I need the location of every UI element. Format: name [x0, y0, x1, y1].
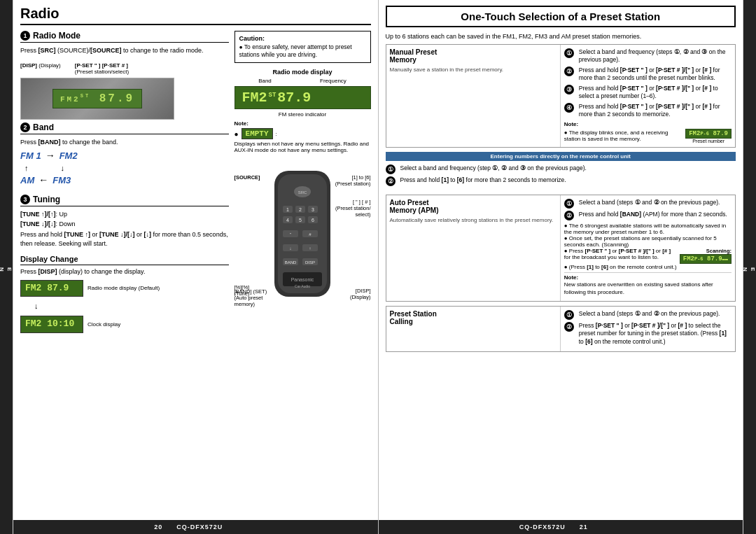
step2-text: Press and hold [P·SET " ] or [P·SET # ]/… [579, 66, 732, 83]
manual-heading2: Memory [390, 56, 416, 64]
astep2-num: ② [564, 211, 574, 220]
manual-desc: Manually save a station in the preset me… [390, 66, 556, 73]
step3-text: Press and hold [P·SET " ] or [P·SET # ]/… [579, 85, 732, 101]
section2-text: Press [BAND] to change the band. [20, 138, 229, 147]
step2-num: ② [564, 66, 574, 76]
tune-down: [TUNE ↓]/[↓]: Down [20, 220, 229, 229]
auto-bullet-3: ● Press [P·SET " ] or [P·SET # ]/[" ] or… [564, 248, 677, 260]
default-label: Radio mode display (Default) [88, 284, 160, 292]
band-fm1: FM 1 [20, 150, 41, 162]
auto-note-label: Note: [564, 274, 578, 281]
disp-remote-label: [DISP](Display) [350, 288, 371, 300]
caution-box: Caution: ● To ensure safety, never attem… [234, 31, 371, 63]
radio-freq: 87.9 [99, 92, 134, 105]
astep2-text: Press and hold [BAND] (APM) for more tha… [579, 211, 727, 218]
rmd-labels: Band Frequency [234, 78, 371, 84]
manual-steps-list: ① Select a band and frequency (steps ①, … [564, 48, 732, 119]
disp-label: [DISP] (Display) [20, 62, 61, 75]
radio-unit-inner: FM2ST 87.9 [21, 78, 174, 119]
preset-calling-section: Preset Station Calling ① Select a band (… [386, 306, 736, 352]
svg-text:Panasonic: Panasonic [291, 277, 314, 282]
rmd-fm-text: FM2 [242, 90, 267, 106]
remote-step-1: ① Select a band and frequency (step ①, ②… [386, 164, 736, 174]
page-container: E N G L I S H 5 Radio 1 [0, 0, 756, 534]
left-page-num: 20 [154, 524, 162, 531]
display-change-text: Press [DISP] (display) to change the dis… [20, 267, 229, 276]
radio-mode-display-section: Radio mode display Band Frequency FM2ST … [234, 69, 371, 153]
rmd-freq-value: 87.9 [277, 90, 311, 106]
section-tuning: 3 Tuning [TUNE ↑]/[↑]: Up [TUNE ↓]/[↓]: … [20, 195, 229, 248]
rstep2-text: Press and hold [1] to [6] for more than … [400, 176, 566, 184]
radio-annotations: [DISP] (Display) [P·SET " ] [P·SET # ](P… [20, 62, 229, 120]
scanning-label: Scanning: [680, 248, 732, 254]
radio-unit-image: FM2ST 87.9 [20, 78, 174, 120]
band-set-label: [BAND] (SET)(Auto presetmemory) [234, 288, 267, 307]
rmd-st-sub: ST [269, 92, 276, 99]
rstep1-num: ① [386, 164, 396, 174]
main-content: Radio 1 Radio Mode Press [SRC] (SOURCE)/… [13, 0, 743, 534]
left-tab-e: E [6, 267, 13, 272]
step3-num: ③ [564, 85, 574, 94]
left-col-main: 1 Radio Mode Press [SRC] (SOURCE)/[SOURC… [20, 31, 229, 342]
manual-step-3: ③ Press and hold [P·SET " ] or [P·SET # … [564, 85, 732, 101]
remote-step-2: ② Press and hold [1] to [6] for more tha… [386, 176, 736, 186]
scanning-row: ● Press [P·SET " ] or [P·SET # ]/[" ] or… [564, 248, 732, 264]
scanning-lcd: FM2P-6 87.9▬▬ [680, 254, 732, 264]
display-clock-row: FM2 10:10 Clock display [20, 316, 229, 332]
source-label: [SOURCE] [234, 174, 260, 181]
preset-calling-left: Preset Station Calling [386, 307, 561, 351]
svg-text:2: 2 [299, 207, 302, 212]
rmd-fm-indicator: FM stereo indicator [234, 111, 371, 118]
left-tab-n: N [0, 267, 5, 272]
svg-text:4: 4 [286, 218, 289, 223]
remote-svg: SRC 1 2 3 4 5 [239, 167, 365, 307]
svg-text:Car Audio: Car Audio [295, 284, 310, 288]
vert-arrow-right: ↓ [61, 163, 65, 174]
astep1-text: Select a band (steps ① and ② on the prev… [579, 199, 720, 206]
scanning-display-area: Scanning: FM2P-6 87.9▬▬ [680, 248, 732, 264]
section-radio-mode: 1 Radio Mode Press [SRC] (SOURCE)/[SOURC… [20, 31, 229, 55]
manual-step-1: ① Select a band and frequency (steps ①, … [564, 48, 732, 64]
manual-preset-lcd: FM2P-6 87.9 [685, 129, 732, 139]
cstep1-num: ① [564, 310, 574, 320]
clock-display: FM2 10:10 [20, 316, 83, 332]
default-display: FM2 87.9 [20, 280, 83, 297]
manual-note-text: ● The display blinks once, and a receivi… [564, 129, 681, 142]
circle-3: 3 [20, 195, 30, 204]
step4-text: Press and hold [P·SET " ] or [P·SET # ]/… [579, 103, 732, 119]
remote-steps-list: ① Select a band and frequency (step ①, ②… [386, 164, 736, 186]
vert-arrow-left: ↑ [24, 163, 29, 174]
svg-text:6: 6 [312, 218, 314, 223]
manual-preset-right: ① Select a band and frequency (steps ①, … [561, 45, 735, 147]
left-col-side: Caution: ● To ensure safety, never attem… [234, 31, 371, 342]
step1-text: Select a band and frequency (steps ①, ② … [579, 48, 732, 64]
page-title: Radio [20, 6, 59, 22]
rmd-note-desc: Displays when not have any menu settings… [234, 141, 371, 153]
step1-num: ① [564, 48, 574, 58]
rmd-heading: Radio mode display [234, 69, 371, 76]
caution-text: ● To ensure safety, never attempt to pre… [239, 43, 366, 60]
svg-text:↑: ↑ [309, 246, 312, 251]
right-model-left: CQ-DFX572U [519, 524, 566, 531]
preset-1-6-label: [1] to [6](Preset station) [335, 174, 371, 187]
manual-heading1: Manual Preset [390, 48, 438, 56]
display-change-header: Display Change [20, 255, 229, 265]
auto-step-1: ① Select a band (steps ① and ② on the pr… [564, 199, 732, 209]
right-page: One-Touch Selection of a Preset Station … [379, 0, 743, 534]
empty-row: ● EMPTY : [234, 128, 371, 139]
manual-note: Note: ● The display blinks once, and a r… [564, 121, 732, 143]
auto-preset-left: Auto Preset Memory (APM) Automatically s… [386, 195, 561, 301]
empty-colon: : [276, 131, 277, 137]
arrow-left1: ← [38, 174, 48, 188]
circle-2: 2 [20, 122, 30, 132]
auto-preset-right: ① Select a band (steps ① and ② on the pr… [561, 195, 735, 301]
auto-preset-section: Auto Preset Memory (APM) Automatically s… [386, 195, 736, 302]
auto-step-2: ② Press and hold [BAND] (APM) for more t… [564, 211, 732, 220]
band-arrows-vert: ↑ ↓ [24, 163, 229, 174]
down-arrow-icon: ↓ [34, 301, 38, 311]
section1-header: 1 Radio Mode [20, 31, 229, 43]
auto-heading2: Memory (APM) [390, 206, 439, 214]
section3-heading: Tuning [33, 195, 60, 204]
manual-note-row: ● The display blinks once, and a receivi… [564, 129, 732, 143]
radio-lcd: FM2ST 87.9 [52, 89, 142, 108]
